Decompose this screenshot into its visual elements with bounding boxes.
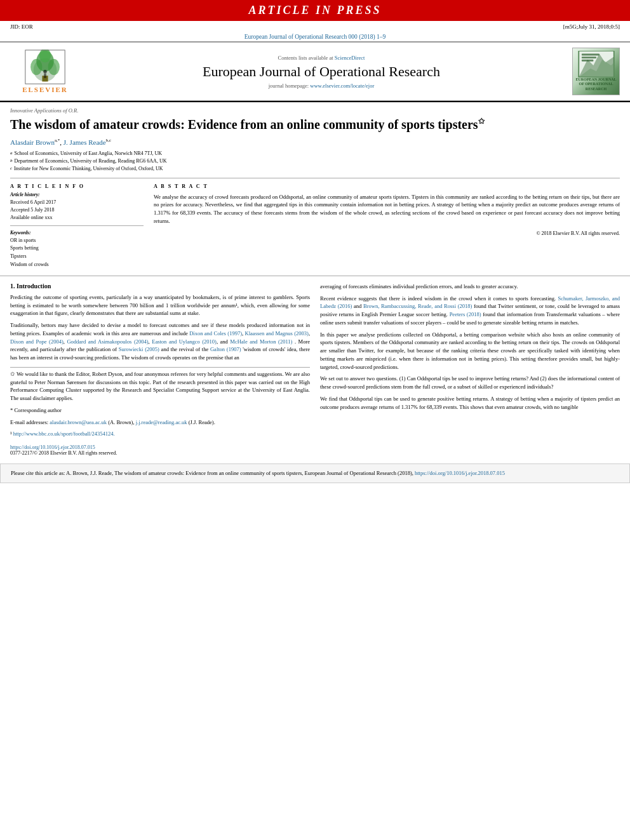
abstract-text: We analyse the accuracy of crowd forecas… xyxy=(154,193,620,225)
svg-rect-7 xyxy=(44,74,46,78)
right-para7: We find that Oddsportal tips can be used… xyxy=(320,395,620,411)
author2-name: J. James Reade xyxy=(64,138,106,146)
galton-link[interactable]: Galton (1907) xyxy=(210,346,241,352)
ejor-logo-text: EUROPEAN JOURNAL OF OPERATIONAL RESEARCH xyxy=(575,77,617,92)
elsevier-tree-icon xyxy=(23,50,67,84)
affil-text-b: Department of Economics, University of R… xyxy=(15,157,167,165)
right-para6: We set out to answer two questions. (1) … xyxy=(320,375,620,391)
ejor-logo-area: EUROPEAN JOURNAL OF OPERATIONAL RESEARCH xyxy=(563,48,620,95)
journal-center: Contents lists available at ScienceDirec… xyxy=(80,55,563,89)
author2-sup: b,c xyxy=(106,138,111,143)
doi-area: https://doi.org/10.1016/j.ejor.2018.07.0… xyxy=(10,442,310,458)
easton-link[interactable]: Easton and Uylangco (2010) xyxy=(152,338,217,345)
dixon-coles-link[interactable]: Dixon and Coles (1997) xyxy=(189,330,242,337)
journal-citation: European Journal of Operational Research… xyxy=(245,34,385,40)
email2-link[interactable]: j.j.reade@reading.ac.uk xyxy=(136,419,187,425)
para2-mid6: and the revival of the xyxy=(161,346,210,352)
svg-rect-15 xyxy=(581,60,593,62)
abstract-col: A B S T R A C T We analyse the accuracy … xyxy=(154,183,620,269)
article-history: Article history: Received 6 April 2017 A… xyxy=(10,192,144,226)
footnote-corresponding: * Corresponding author xyxy=(10,406,310,415)
received-date: Received 6 April 2017 xyxy=(10,199,144,206)
svg-point-3 xyxy=(30,59,42,76)
intro-para1: Predicting the outcome of sporting event… xyxy=(10,293,310,317)
accepted-date: Accepted 5 July 2018 xyxy=(10,206,144,214)
main-content: Innovative Applications of O.R. The wisd… xyxy=(0,101,630,269)
abstract-title: A B S T R A C T xyxy=(154,183,620,189)
body-left-col: 1. Introduction Predicting the outcome o… xyxy=(10,283,310,458)
svg-point-6 xyxy=(43,70,47,74)
citation-text: Please cite this article as: A. Brown, J… xyxy=(11,470,413,476)
affil-1: a School of Economics, University of Eas… xyxy=(10,150,620,157)
right-para3: averaging of forecasts eliminates indivi… xyxy=(320,283,620,291)
authors-line: Alasdair Browna,*, J. James Readeb,c xyxy=(10,138,620,146)
ref-label: [m5G;July 31, 2018;0:5] xyxy=(563,23,620,30)
affil-sup-c: c xyxy=(10,165,12,173)
keyword-3: Tipsters xyxy=(10,253,144,261)
dixon-pope-link[interactable]: Dixon and Pope (2004) xyxy=(10,338,64,345)
article-in-press-banner: ARTICLE IN PRESS xyxy=(0,0,630,21)
body-right-col: averaging of forecasts eliminates indivi… xyxy=(320,283,620,458)
footnote-area: ✩ We would like to thank the Editor, Rob… xyxy=(10,367,310,438)
affiliations: a School of Economics, University of Eas… xyxy=(10,150,620,173)
mchale-link[interactable]: McHale and Morton (2011) xyxy=(230,338,292,345)
elsevier-logo: ELSEVIER xyxy=(22,50,68,93)
affil-2: b Department of Economics, University of… xyxy=(10,157,620,165)
journal-header: ELSEVIER Contents lists available at Sci… xyxy=(0,41,630,101)
article-info-title: A R T I C L E I N F O xyxy=(10,183,144,189)
goddard-link[interactable]: Goddard and Asimakopoulos (2004) xyxy=(67,338,148,345)
journal-title: European Journal of Operational Research xyxy=(80,63,563,80)
brown2018-link[interactable]: Brown, Rambaccussing, Reade, and Rossi (… xyxy=(363,303,472,309)
elsevier-text: ELSEVIER xyxy=(22,86,68,93)
comma5: , and xyxy=(217,338,230,345)
footnote-email: E-mail addresses: alasdair.brown@uea.ac.… xyxy=(10,418,310,427)
journal-homepage: journal homepage: www.elsevier.com/locat… xyxy=(80,83,563,89)
keyword-4: Wisdom of crowds xyxy=(10,261,144,269)
keyword-1: OR in sports xyxy=(10,237,144,245)
footnote-1: ¹ http://www.bbc.co.uk/sport/football/24… xyxy=(10,430,310,438)
right-para5: In this paper we analyse predictions col… xyxy=(320,331,620,371)
top-meta: JID: EOR [m5G;July 31, 2018;0:5] xyxy=(0,21,630,32)
bbc-link[interactable]: http://www.bbc.co.uk/sport/football/2435… xyxy=(13,430,115,437)
ejor-logo: EUROPEAN JOURNAL OF OPERATIONAL RESEARCH xyxy=(572,48,620,95)
footnote-star: ✩ We would like to thank the Editor, Rob… xyxy=(10,370,310,403)
section-divider xyxy=(0,276,630,276)
sciencedirect-line: Contents lists available at ScienceDirec… xyxy=(80,55,563,61)
article-info-col: A R T I C L E I N F O Article history: R… xyxy=(10,183,144,269)
author1-sup: a,* xyxy=(55,138,60,143)
right-para4: Recent evidence suggests that there is i… xyxy=(320,295,620,327)
surowiecki-link[interactable]: Surowiecki (2005) xyxy=(119,346,159,352)
available-online: Available online xxx xyxy=(10,214,144,222)
journal-link[interactable]: European Journal of Operational Research… xyxy=(0,32,630,41)
svg-point-4 xyxy=(48,59,60,76)
citation-doi-link[interactable]: https://doi.org/10.1016/j.ejor.2018.07.0… xyxy=(415,470,505,476)
affil-text-a: School of Economics, University of East … xyxy=(15,150,163,157)
intro-para2: Traditionally, bettors may have decided … xyxy=(10,321,310,362)
svg-rect-13 xyxy=(581,54,599,56)
peeters-link[interactable]: Peeters (2018) xyxy=(450,311,481,317)
affil-sup-b: b xyxy=(10,157,13,165)
citation-bar: Please cite this article as: A. Brown, J… xyxy=(0,463,630,483)
jid-label: JID: EOR xyxy=(10,23,33,30)
comma2: , xyxy=(309,330,310,337)
keywords-section: Keywords: OR in sports Sports betting Ti… xyxy=(10,230,144,269)
elsevier-logo-area: ELSEVIER xyxy=(10,50,80,93)
intro-heading: 1. Introduction xyxy=(10,283,310,290)
homepage-link[interactable]: www.elsevier.com/locate/ejor xyxy=(310,83,374,89)
article-info-abstract: A R T I C L E I N F O Article history: R… xyxy=(10,178,620,269)
body-content: 1. Introduction Predicting the outcome o… xyxy=(0,283,630,458)
section-label: Innovative Applications of O.R. xyxy=(10,107,620,114)
email1-link[interactable]: alasdair.brown@uea.ac.uk xyxy=(50,419,107,425)
sciencedirect-link[interactable]: ScienceDirect xyxy=(335,55,365,61)
klaassen-link[interactable]: Klaassen and Magnus (2003) xyxy=(245,330,309,337)
affil-text-c: Institute for New Economic Thinking, Uni… xyxy=(14,165,163,173)
author1-name: Alasdair Brown xyxy=(10,138,55,146)
affil-3: c Institute for New Economic Thinking, U… xyxy=(10,165,620,173)
keyword-2: Sports betting xyxy=(10,244,144,253)
doi-link[interactable]: https://doi.org/10.1016/j.ejor.2018.07.0… xyxy=(10,444,95,450)
affil-sup-a: a xyxy=(10,150,13,157)
issn-text: 0377-2217/© 2018 Elsevier B.V. All right… xyxy=(10,450,117,456)
svg-rect-14 xyxy=(581,57,596,58)
ejor-logo-image xyxy=(577,51,615,77)
history-label: Article history: xyxy=(10,192,144,197)
